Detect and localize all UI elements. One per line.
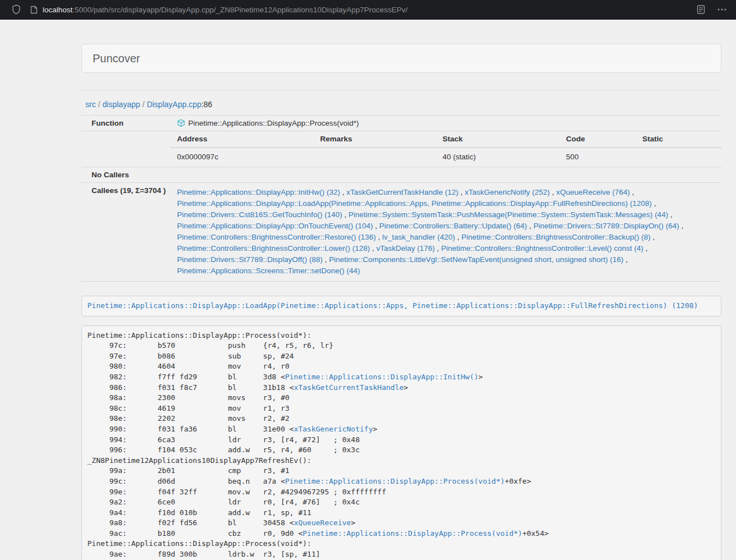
breadcrumb-link-src[interactable]: src xyxy=(85,100,96,109)
disassembly: Pinetime::Applications::DisplayApp::Proc… xyxy=(81,325,721,560)
url-host: localhost xyxy=(43,6,72,14)
url-bar[interactable]: localhost:5000/path/src/displayapp/Displ… xyxy=(30,6,687,14)
callee-separator: , xyxy=(323,255,329,264)
callee-separator: , xyxy=(550,188,556,196)
reader-mode-icon[interactable] xyxy=(693,2,708,17)
asm-symbol-link[interactable]: xTaskGetCurrentTaskHandle xyxy=(294,383,404,392)
symbol-header-box: Pinetime::Applications::DisplayApp::Load… xyxy=(81,296,721,316)
callees-row: Callees (19, Σ=3704 ) Pinetime::Applicat… xyxy=(81,183,721,282)
browser-chrome: localhost:5000/path/src/displayapp/Displ… xyxy=(0,0,736,20)
stats-header-row: AddressRemarksStackCodeStatic xyxy=(170,131,721,148)
stats-header-stack: Stack xyxy=(436,131,559,148)
symbol-header-link[interactable]: Pinetime::Applications::DisplayApp::Load… xyxy=(88,301,698,310)
callee-separator: , xyxy=(527,222,533,230)
callee-link[interactable]: Pinetime::Applications::DisplayApp::Load… xyxy=(177,199,652,208)
stats-value-address: 0x0000097c xyxy=(170,148,313,167)
no-callers-label: No Callers xyxy=(81,167,170,183)
page-icon xyxy=(30,6,38,14)
no-callers-row: No Callers xyxy=(81,167,721,183)
callee-link[interactable]: Pinetime::Components::LittleVgl::SetNewT… xyxy=(329,255,624,264)
callee-separator: , xyxy=(373,222,379,230)
callee-separator: , xyxy=(652,199,656,208)
stats-value-code: 500 xyxy=(559,148,636,167)
asm-symbol-link[interactable]: xQueueReceive xyxy=(294,518,351,527)
stats-table: AddressRemarksStackCodeStatic 0x0000097c… xyxy=(170,131,721,167)
function-row-label: Function xyxy=(81,116,170,131)
navbar: Puncover xyxy=(81,44,721,73)
callee-separator: , xyxy=(459,188,465,196)
callee-separator: , xyxy=(651,233,655,241)
callee-link[interactable]: Pinetime::Controllers::BrightnessControl… xyxy=(461,233,651,241)
overflow-menu-icon[interactable] xyxy=(715,2,729,17)
callee-link[interactable]: Pinetime::Applications::DisplayApp::Init… xyxy=(177,188,340,196)
callee-link[interactable]: Pinetime::Controllers::BrightnessControl… xyxy=(441,244,643,253)
callees-cell: Pinetime::Applications::DisplayApp::Init… xyxy=(170,183,721,282)
callee-link[interactable]: Pinetime::Drivers::St7789::DisplayOn() (… xyxy=(533,222,679,230)
stats-value-row: 0x0000097c40 (static)500 xyxy=(170,148,721,167)
breadcrumb-separator: / xyxy=(96,100,103,109)
callee-separator: , xyxy=(643,244,648,253)
breadcrumb-separator: / xyxy=(140,100,147,109)
function-name: Pinetime::Applications::DisplayApp::Proc… xyxy=(188,119,359,127)
breadcrumb-line-number: :86 xyxy=(202,100,212,109)
asm-symbol-link[interactable]: Pinetime::Applications::DisplayApp::Init… xyxy=(285,373,478,381)
callee-separator: , xyxy=(630,188,634,196)
asm-symbol-link[interactable]: Pinetime::Applications::DisplayApp::Proc… xyxy=(285,477,505,485)
stats-header-code: Code xyxy=(559,131,636,148)
callee-separator: , xyxy=(679,222,684,230)
callee-link[interactable]: Pinetime::Controllers::Battery::Update()… xyxy=(380,222,527,230)
callee-separator: , xyxy=(668,210,673,219)
page-content: Puncover src/displayapp/DisplayApp.cpp:8… xyxy=(81,44,721,560)
stats-value-stack: 40 (static) xyxy=(436,148,559,167)
callee-separator: , xyxy=(340,188,346,196)
stats-value-static xyxy=(636,148,721,167)
callee-link[interactable]: Pinetime::Controllers::BrightnessControl… xyxy=(177,244,370,253)
callee-link[interactable]: vTaskDelay (176) xyxy=(376,244,435,253)
callee-link[interactable]: Pinetime::Applications::DisplayApp::OnTo… xyxy=(177,222,373,230)
callee-link[interactable]: xTaskGetCurrentTaskHandle (12) xyxy=(346,188,459,196)
callee-separator: , xyxy=(370,244,376,253)
callee-separator: , xyxy=(623,255,628,264)
function-symbol-icon xyxy=(177,119,185,127)
tracking-shield-icon[interactable] xyxy=(9,2,24,17)
callee-link[interactable]: xQueueReceive (764) xyxy=(556,188,630,196)
callee-link[interactable]: Pinetime::System::SystemTask::PushMessag… xyxy=(349,210,668,219)
function-table: Function Pinetime::Applications::Display… xyxy=(81,115,721,282)
callee-separator: , xyxy=(342,210,348,219)
stats-row: AddressRemarksStackCodeStatic 0x0000097c… xyxy=(81,131,721,167)
stats-header-address: Address xyxy=(170,131,313,148)
breadcrumb: src/displayapp/DisplayApp.cpp:86 xyxy=(81,90,721,115)
stats-value-remarks xyxy=(313,148,436,167)
breadcrumb-link-displayapp[interactable]: displayapp xyxy=(103,100,140,109)
callee-separator: , xyxy=(376,233,382,241)
callee-separator: , xyxy=(455,233,461,241)
callee-link[interactable]: Pinetime::Applications::Screens::Timer::… xyxy=(177,267,360,275)
asm-symbol-link[interactable]: Pinetime::Applications::DisplayApp::Proc… xyxy=(303,529,522,538)
callee-link[interactable]: Pinetime::Controllers::BrightnessControl… xyxy=(177,233,376,241)
url-text[interactable]: localhost:5000/path/src/displayapp/Displ… xyxy=(43,6,408,14)
callee-link[interactable]: xTaskGenericNotify (252) xyxy=(465,188,550,196)
stats-header-remarks: Remarks xyxy=(313,131,436,148)
breadcrumb-link-displayapp.cpp[interactable]: DisplayApp.cpp xyxy=(147,100,201,109)
stats-row-label xyxy=(81,131,170,167)
callee-link[interactable]: lv_task_handler (420) xyxy=(382,233,455,241)
callee-link[interactable]: Pinetime::Drivers::Cst816S::GetTouchInfo… xyxy=(177,210,342,219)
callees-label: Callees (19, Σ=3704 ) xyxy=(81,183,170,282)
url-path: :5000/path/src/displayapp/DisplayApp.cpp… xyxy=(72,6,408,14)
brand-link[interactable]: Puncover xyxy=(93,52,140,65)
stats-header-static: Static xyxy=(636,131,721,148)
asm-symbol-link[interactable]: xTaskGenericNotify xyxy=(294,425,373,433)
function-row: Function Pinetime::Applications::Display… xyxy=(81,116,721,131)
callee-link[interactable]: Pinetime::Drivers::St7789::DisplayOff() … xyxy=(177,255,322,264)
callee-separator: , xyxy=(435,244,441,253)
